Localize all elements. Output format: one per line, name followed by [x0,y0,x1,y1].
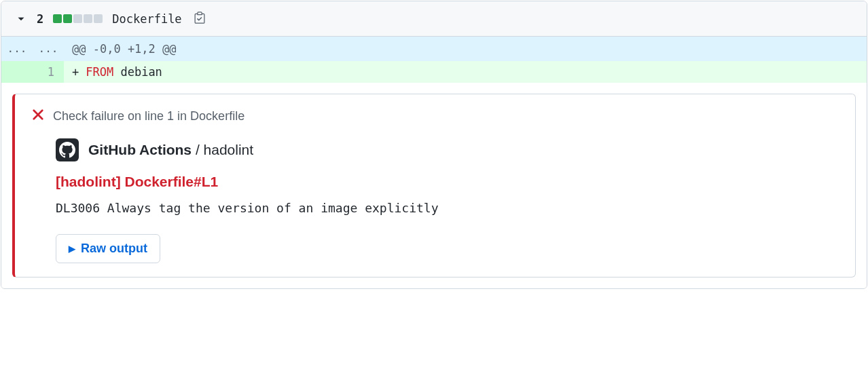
raw-output-button[interactable]: ▶ Raw output [56,234,160,263]
line-content: + FROM debian [64,61,867,83]
diff-file-container: 2 Dockerfile ... ... @@ -0,0 +1,2 @@ 1 +… [1,1,867,289]
hunk-header-text: @@ -0,0 +1,2 @@ [64,37,867,61]
hunk-gutter[interactable]: ... ... [1,37,64,61]
annotation-source: GitHub Actions / hadolint [56,138,839,161]
hunk-expand-new: ... [33,37,64,61]
hunk-expand-old: ... [1,37,33,61]
source-app-name: GitHub Actions [88,142,192,157]
diffstat-added-block [53,14,62,23]
x-failure-icon [31,108,45,125]
diffstat [53,14,103,23]
source-check-name: hadolint [204,142,254,157]
line-gutter: 1 [1,61,64,83]
annotation-title[interactable]: [hadolint] Dockerfile#L1 [56,174,839,190]
dockerfile-arg: debian [113,65,162,79]
diffstat-neutral-block [84,14,92,23]
diff-line-added: 1 + FROM debian [1,61,867,83]
raw-output-label: Raw output [81,242,147,256]
dockerfile-keyword: FROM [86,65,113,79]
source-separator: / [192,142,204,157]
diffstat-added-block [63,14,72,23]
file-header: 2 Dockerfile [1,1,867,37]
annotation-message: DL3006 Always tag the version of an imag… [56,201,839,215]
check-annotation: Check failure on line 1 in Dockerfile Gi… [12,94,856,277]
change-count: 2 [37,12,43,26]
annotation-header: Check failure on line 1 in Dockerfile [31,108,839,125]
line-marker: + [72,65,79,79]
annotation-header-text: Check failure on line 1 in Dockerfile [53,109,245,123]
annotation-wrapper: Check failure on line 1 in Dockerfile Gi… [1,83,867,288]
chevron-down-icon[interactable] [15,13,27,25]
diffstat-neutral-block [73,14,82,23]
triangle-right-icon: ▶ [69,244,75,254]
line-number-old[interactable] [1,61,33,83]
github-logo-icon [56,138,79,161]
line-number-new[interactable]: 1 [33,61,64,83]
clipboard-icon[interactable] [193,11,206,26]
filename[interactable]: Dockerfile [112,12,181,26]
diffstat-neutral-block [94,14,103,23]
hunk-header-row: ... ... @@ -0,0 +1,2 @@ [1,37,867,61]
annotation-source-text[interactable]: GitHub Actions / hadolint [88,142,253,158]
